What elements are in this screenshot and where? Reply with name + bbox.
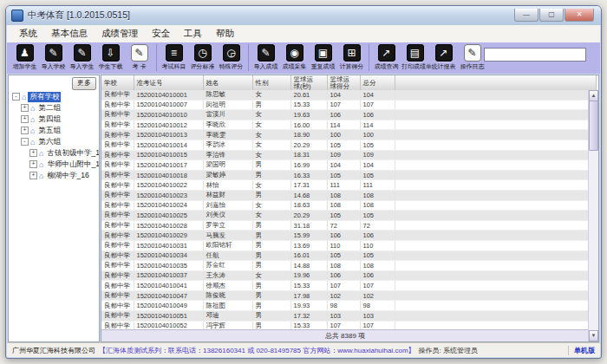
toolbar-button[interactable]: ♟ 增加学生 bbox=[10, 44, 39, 71]
cell-gender: 女 bbox=[252, 270, 290, 281]
column-header-dribble-score[interactable]: 篮球运 球得分 bbox=[327, 75, 360, 91]
table-row[interactable]: 良都中学 15200104010041 徐顺杰 男 15.33 107 107 bbox=[101, 281, 589, 291]
scrollbar-thumb[interactable] bbox=[589, 101, 598, 151]
toolbar-button[interactable]: ✎ 导入成绩 bbox=[248, 44, 280, 71]
toolbar-button[interactable]: ⇩ 学生下载 bbox=[96, 44, 125, 71]
table-row[interactable]: 良都中学 15200104010047 陈俊晓 男 17.98 102 102 bbox=[101, 290, 589, 301]
toolbar-button[interactable]: ◉ 成绩采集 bbox=[280, 44, 309, 71]
tree-toggle-icon[interactable]: + bbox=[29, 172, 37, 179]
tree-toggle-icon[interactable]: + bbox=[21, 127, 29, 134]
cell-exam-id: 15200104010047 bbox=[134, 290, 203, 301]
column-header-total[interactable]: 总分 bbox=[360, 75, 395, 91]
tree-toggle-icon[interactable]: + bbox=[21, 104, 29, 112]
toolbar-button[interactable]: ↗ 统计报表 bbox=[429, 44, 458, 71]
menu-item[interactable]: 帮助 bbox=[209, 26, 241, 42]
menu-item[interactable]: 安全 bbox=[145, 26, 177, 42]
cell-dribble-score: 107 bbox=[327, 100, 360, 110]
cell-name: 李晓欣 bbox=[203, 120, 252, 130]
menu-item[interactable]: 系统 bbox=[12, 26, 44, 42]
table-row[interactable]: 良都中学 15200104010022 林怡 女 17.31 111 111 bbox=[101, 180, 589, 191]
tree-toggle-icon[interactable]: - bbox=[21, 138, 29, 146]
cell-filler bbox=[395, 290, 589, 301]
table-row[interactable]: 良都中学 15200104010017 梁国明 男 16.99 104 104 bbox=[101, 160, 589, 171]
toolbar-button[interactable]: ↗ 成绩查询 bbox=[369, 44, 401, 71]
column-header-dribble-seconds[interactable]: 篮球运 球(秒) bbox=[290, 75, 327, 91]
titlebar[interactable]: 中考体育 [1.0.2015.0515] — ▢ ✕ bbox=[6, 6, 601, 25]
cell-name: 闵祖明 bbox=[203, 100, 252, 110]
tree-item[interactable]: + ⌂ 华师中山附中_18 bbox=[10, 159, 99, 170]
cell-dribble-score: 100 bbox=[327, 130, 360, 140]
tree-item[interactable]: - ⌂ 所有学校 bbox=[10, 91, 99, 102]
table-row[interactable]: 良都中学 15200104010031 欧阳铭轩 男 13.69 110 110 bbox=[101, 240, 589, 250]
table-row[interactable]: 良都中学 15200104010010 雷溪川 女 19.63 106 106 bbox=[101, 110, 589, 120]
table-row[interactable]: 良都中学 15200104010012 李晓欣 女 16.00 114 114 bbox=[101, 120, 589, 130]
column-header-school[interactable]: 学校 bbox=[101, 75, 134, 91]
toolbar-button-label: 计算得分 bbox=[338, 63, 364, 70]
table-row[interactable]: 良都中学 15200104010014 李韵冰 女 20.29 105 105 bbox=[101, 140, 589, 150]
cell-name: 邓迪 bbox=[203, 311, 252, 322]
menu-item[interactable]: 工具 bbox=[177, 26, 209, 42]
scroll-down-icon[interactable]: ▼ bbox=[589, 330, 598, 341]
tree-item[interactable]: - ⌂ 第六组 bbox=[10, 136, 99, 147]
toolbar-button[interactable]: ◶ 特殊评分 bbox=[217, 44, 245, 71]
table-row[interactable]: 良都中学 15200104010029 马腾发 男 15.99 106 106 bbox=[101, 231, 589, 241]
tree-item[interactable]: + ⌂ 古镇初级中学_17 bbox=[10, 147, 99, 159]
table-row[interactable]: 良都中学 15200104010015 李治锋 女 18.31 109 109 bbox=[101, 150, 589, 160]
toolbar-button[interactable]: ▣ 重复成绩 bbox=[309, 44, 337, 71]
maximize-button[interactable]: ▢ bbox=[539, 9, 564, 22]
column-header-exam-id[interactable]: 准考证号 bbox=[134, 75, 203, 91]
column-header-gender[interactable]: 性别 bbox=[252, 75, 290, 91]
toolbar-button[interactable]: ✎ 导入学生 bbox=[68, 44, 96, 71]
more-button[interactable]: 更多 bbox=[72, 77, 96, 90]
table-vertical-scrollbar[interactable]: ▲ ▼ bbox=[588, 90, 598, 341]
cell-total: 72 bbox=[360, 220, 395, 231]
table-row[interactable]: 良都中学 15200104010037 王永涛 女 19.96 106 106 bbox=[101, 270, 589, 281]
cell-filler bbox=[395, 281, 589, 291]
table-row[interactable]: 良都中学 15200104010034 任航 男 16.01 105 105 bbox=[101, 250, 589, 261]
table-row[interactable]: 良都中学 15200104010035 苏金红 男 14.88 108 108 bbox=[101, 261, 589, 271]
exam-card-icon: ✎ bbox=[131, 44, 148, 62]
table-row[interactable]: 良都中学 15200104010049 陈祖图 男 19.93 98 98 bbox=[101, 301, 589, 311]
cell-exam-id: 15200104010014 bbox=[134, 140, 203, 150]
tree-toggle-icon[interactable]: + bbox=[29, 160, 37, 168]
cell-exam-id: 15200104010029 bbox=[134, 231, 203, 241]
table-row[interactable]: 良都中学 15200104010025 刘美仪 女 20.29 105 105 bbox=[101, 211, 589, 221]
toolbar-button[interactable]: ✎ 考 卡 bbox=[125, 44, 153, 71]
cell-filler bbox=[395, 270, 589, 281]
table-row[interactable]: 良都中学 15200104010023 林益财 男 14.68 108 108 bbox=[101, 190, 589, 200]
close-button[interactable]: ✕ bbox=[565, 9, 594, 22]
cell-name: 罗学立 bbox=[203, 220, 252, 231]
toolbar-button[interactable]: ⊞ 计算得分 bbox=[337, 44, 366, 71]
tree-item[interactable]: + ⌂ 柳湖中学_16 bbox=[10, 170, 99, 181]
toolbar-button[interactable]: ✎ 导入学校 bbox=[39, 44, 68, 71]
cell-school: 良都中学 bbox=[101, 301, 134, 311]
table-row[interactable]: 良都中学 15200104010001 陈思敏 女 20.61 104 104 bbox=[101, 90, 589, 100]
cell-dribble-score: 104 bbox=[327, 160, 360, 171]
tree-item[interactable]: + ⌂ 第二组 bbox=[10, 102, 99, 114]
toolbar-button[interactable]: ▤ 打印成绩单 bbox=[401, 44, 429, 71]
table-row[interactable]: 良都中学 15200104010024 刘嘉怡 女 18.63 108 108 bbox=[101, 200, 589, 211]
toolbar-search-input[interactable] bbox=[484, 48, 586, 62]
cell-gender: 男 bbox=[252, 100, 290, 110]
toolbar-button[interactable]: ◷ 评分标准 bbox=[188, 44, 217, 71]
tree-toggle-icon[interactable]: - bbox=[12, 93, 20, 101]
table-row[interactable]: 良都中学 15200104010051 邓迪 男 17.32 103 103 bbox=[101, 311, 589, 322]
cell-dribble-seconds: 14.68 bbox=[290, 190, 327, 200]
toolbar-button[interactable]: ✎ 操作日志 bbox=[458, 44, 486, 71]
tree-item[interactable]: + ⌂ 第五组 bbox=[10, 125, 99, 136]
minimize-button[interactable]: — bbox=[514, 9, 538, 22]
cell-gender: 男 bbox=[252, 311, 290, 322]
menu-item[interactable]: 基本信息 bbox=[44, 26, 95, 42]
table-row[interactable]: 良都中学 15200104010007 闵祖明 男 15.33 107 107 bbox=[101, 100, 589, 110]
table-row[interactable]: 良都中学 15200104010028 罗学立 男 31.18 72 72 bbox=[101, 220, 589, 231]
menu-item[interactable]: 成绩管理 bbox=[95, 26, 145, 42]
column-header-name[interactable]: 姓名 bbox=[203, 75, 252, 91]
tree-toggle-icon[interactable]: + bbox=[29, 149, 37, 157]
tree-toggle-icon[interactable]: + bbox=[21, 115, 29, 123]
toolbar-button[interactable]: ≡ 考试科目 bbox=[156, 44, 188, 71]
table-row[interactable]: 良都中学 15200104010013 李晓雯 女 18.90 100 100 bbox=[101, 130, 589, 140]
table-row[interactable]: 良都中学 15200104010018 梁敏婷 男 16.33 105 105 bbox=[101, 170, 589, 180]
cell-name: 李治锋 bbox=[203, 150, 252, 160]
tree-item[interactable]: + ⌂ 第四组 bbox=[10, 114, 99, 125]
cell-exam-id: 15200104010041 bbox=[134, 281, 203, 291]
